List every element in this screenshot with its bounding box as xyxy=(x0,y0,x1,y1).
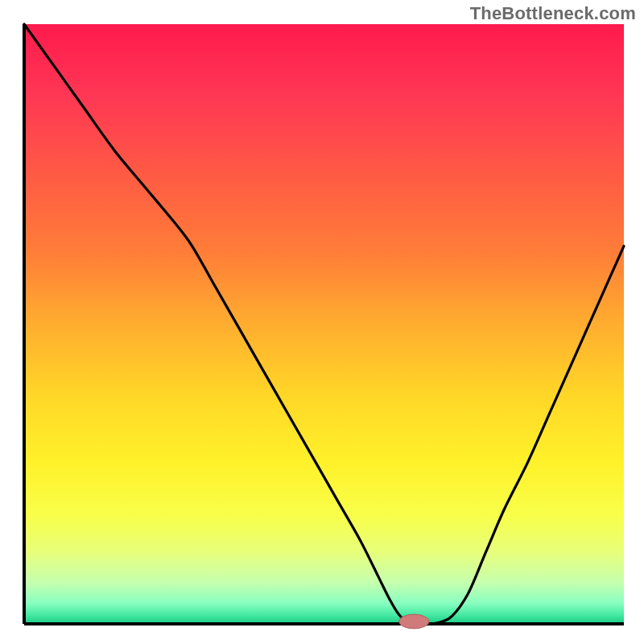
optimal-point-marker xyxy=(399,614,429,629)
watermark-text: TheBottleneck.com xyxy=(470,3,636,24)
plot-background xyxy=(24,24,624,624)
chart-container: TheBottleneck.com xyxy=(0,0,644,644)
bottleneck-chart xyxy=(0,0,644,644)
